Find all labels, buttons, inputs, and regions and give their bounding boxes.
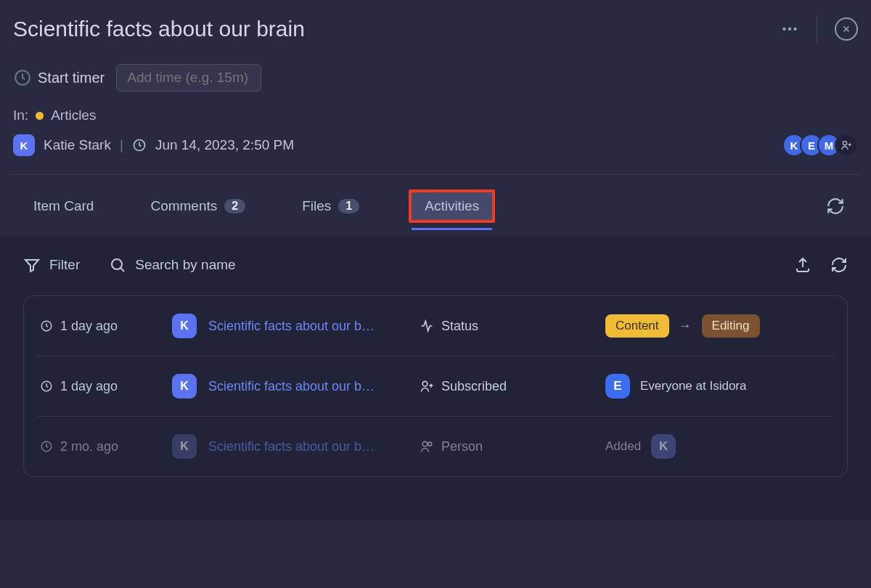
- category-row: In: Articles: [13, 107, 858, 123]
- activity-time: 1 day ago: [40, 379, 149, 394]
- value-text: Everyone at Isidora: [640, 379, 746, 393]
- author-info: K Katie Stark | Jun 14, 2023, 2:50 PM: [13, 134, 294, 156]
- header-actions: [780, 15, 858, 44]
- start-timer-button[interactable]: Start timer: [13, 68, 105, 87]
- search-placeholder: Search by name: [135, 257, 235, 273]
- tab-files-label: Files: [302, 198, 331, 214]
- activity-body: Filter Search by name 1 day ago: [0, 236, 871, 520]
- person-icon: [420, 439, 434, 454]
- separator: |: [120, 137, 123, 153]
- activity-value: Content → Editing: [605, 314, 831, 338]
- page-title: Scientific facts about our brain: [13, 17, 305, 41]
- timestamp: Jun 14, 2023, 2:50 PM: [155, 137, 294, 153]
- svg-point-2: [793, 28, 796, 30]
- activity-list: 1 day ago K Scientific facts about our b…: [23, 295, 848, 477]
- filter-label: Filter: [49, 257, 80, 273]
- files-count-badge: 1: [338, 199, 359, 213]
- activity-time: 1 day ago: [40, 319, 149, 334]
- clock-icon: [132, 138, 147, 152]
- arrow-right-icon: →: [679, 319, 692, 333]
- toolbar-left: Filter Search by name: [23, 256, 236, 274]
- meta-section: In: Articles K Katie Stark | Jun 14, 202…: [0, 107, 871, 167]
- value-avatar[interactable]: K: [651, 434, 676, 459]
- toolbar-right: [794, 256, 848, 274]
- time-text: 2 mo. ago: [60, 439, 118, 454]
- value-avatar[interactable]: E: [605, 374, 630, 399]
- filter-icon: [23, 256, 41, 274]
- status-tag-to: Editing: [702, 314, 760, 338]
- svg-point-12: [428, 442, 432, 446]
- in-label: In:: [13, 107, 28, 123]
- tab-comments-label: Comments: [150, 198, 217, 214]
- activity-item-link[interactable]: Scientific facts about our b…: [208, 439, 401, 454]
- comments-count-badge: 2: [224, 199, 245, 213]
- export-icon[interactable]: [794, 256, 811, 274]
- activity-type-label: Subscribed: [441, 379, 507, 394]
- avatar-group[interactable]: K E M: [788, 134, 858, 157]
- activity-row[interactable]: 1 day ago K Scientific facts about our b…: [37, 296, 834, 356]
- add-person-icon[interactable]: [835, 134, 858, 157]
- tabs: Item Card Comments 2 Files 1 Activities: [0, 175, 871, 236]
- filter-button[interactable]: Filter: [23, 256, 80, 274]
- time-text: 1 day ago: [60, 379, 118, 394]
- clock-icon: [40, 380, 53, 393]
- author-row: K Katie Stark | Jun 14, 2023, 2:50 PM K …: [13, 134, 858, 157]
- category-dot-icon: [36, 112, 44, 120]
- header: Scientific facts about our brain: [0, 0, 871, 64]
- tab-activities[interactable]: Activities: [409, 189, 495, 223]
- author-avatar[interactable]: K: [13, 134, 35, 156]
- timer-icon: [13, 68, 32, 87]
- activity-toolbar: Filter Search by name: [23, 256, 848, 274]
- close-icon[interactable]: [835, 17, 858, 41]
- activity-value: Added K: [605, 434, 831, 459]
- tabs-list: Item Card Comments 2 Files 1 Activities: [26, 189, 495, 223]
- actor-avatar[interactable]: K: [172, 374, 197, 399]
- activity-type: Status: [420, 319, 594, 334]
- svg-point-1: [788, 28, 791, 30]
- person-add-icon: [420, 379, 434, 393]
- tab-comments[interactable]: Comments 2: [143, 192, 253, 220]
- clock-icon: [40, 440, 53, 453]
- activity-type-label: Person: [441, 439, 483, 454]
- activity-item-link[interactable]: Scientific facts about our b…: [208, 319, 401, 334]
- svg-point-0: [782, 28, 785, 30]
- timer-row: Start timer: [0, 64, 871, 107]
- status-tag-from: Content: [605, 314, 669, 338]
- add-time-input[interactable]: [116, 64, 261, 91]
- svg-point-11: [422, 441, 428, 446]
- divider: [817, 15, 817, 44]
- activity-type: Person: [420, 439, 594, 454]
- start-timer-label: Start timer: [38, 70, 105, 86]
- activity-row[interactable]: 2 mo. ago K Scientific facts about our b…: [37, 417, 834, 476]
- clock-icon: [40, 319, 53, 332]
- svg-point-9: [422, 381, 428, 386]
- refresh-icon[interactable]: [826, 197, 845, 216]
- category-name[interactable]: Articles: [51, 107, 96, 123]
- activity-row[interactable]: 1 day ago K Scientific facts about our b…: [37, 356, 834, 417]
- added-label: Added: [605, 439, 641, 454]
- actor-avatar[interactable]: K: [172, 314, 197, 338]
- activity-time: 2 mo. ago: [40, 439, 149, 454]
- activity-type: Subscribed: [420, 379, 594, 394]
- author-name[interactable]: Katie Stark: [44, 137, 111, 153]
- tab-files[interactable]: Files 1: [295, 192, 367, 220]
- time-text: 1 day ago: [60, 319, 118, 334]
- activity-type-label: Status: [441, 319, 478, 334]
- activity-item-link[interactable]: Scientific facts about our b…: [208, 379, 401, 394]
- tab-item-card[interactable]: Item Card: [26, 192, 101, 220]
- search-input[interactable]: Search by name: [109, 256, 235, 274]
- svg-point-5: [843, 142, 846, 145]
- svg-point-6: [112, 259, 122, 269]
- sync-icon[interactable]: [830, 256, 848, 274]
- activity-icon: [420, 319, 434, 333]
- actor-avatar[interactable]: K: [172, 434, 197, 459]
- search-icon: [109, 256, 126, 274]
- more-icon[interactable]: [780, 20, 799, 38]
- activity-value: E Everyone at Isidora: [605, 374, 831, 399]
